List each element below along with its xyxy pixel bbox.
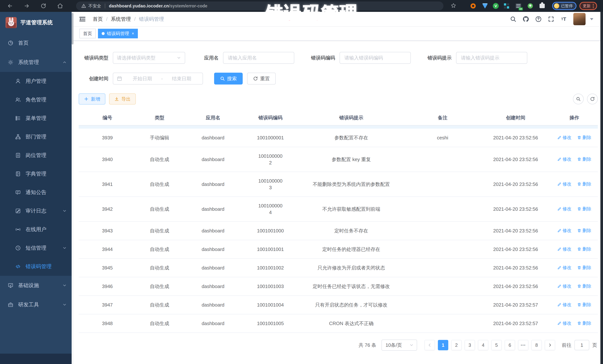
- tab-close-icon[interactable]: ×: [132, 31, 134, 36]
- page-button-1[interactable]: 1: [438, 340, 448, 350]
- error-msg-input[interactable]: [456, 52, 527, 64]
- user-menu-caret-icon[interactable]: [590, 18, 593, 20]
- delete-link[interactable]: 删除: [577, 283, 591, 289]
- sidebar-item-dictionary[interactable]: 字典管理: [0, 165, 73, 183]
- edit-link[interactable]: 修改: [557, 206, 571, 212]
- page-button-5[interactable]: 5: [491, 340, 502, 350]
- page-button-6[interactable]: 6: [505, 340, 515, 350]
- header-search-icon[interactable]: [510, 15, 517, 23]
- table-row[interactable]: 3941 自动生成 dashboard 100100000 3 不能删除类型为系…: [79, 172, 598, 197]
- edit-link[interactable]: 修改: [557, 156, 571, 163]
- edit-link[interactable]: 修改: [557, 181, 571, 187]
- extension-icon-green-check[interactable]: V: [493, 3, 499, 9]
- delete-link[interactable]: 删除: [577, 156, 591, 163]
- sidebar-item-sms[interactable]: 短信管理: [0, 239, 73, 257]
- reset-button[interactable]: 重置: [247, 73, 276, 85]
- browser-profile-chip[interactable]: 已暂停: [552, 2, 577, 10]
- extension-icon-puzzle[interactable]: [538, 2, 546, 10]
- table-row[interactable]: 3939 手动编辑 dashboard 1001000001 参数配置不存在 c…: [79, 129, 598, 147]
- browser-menu-icon[interactable]: [593, 3, 594, 9]
- edit-link[interactable]: 修改: [557, 264, 571, 271]
- sidebar-item-online-users[interactable]: 在线用户: [0, 220, 73, 239]
- delete-link[interactable]: 删除: [577, 181, 591, 187]
- error-type-select[interactable]: 请选择错误码类型: [113, 52, 185, 64]
- edit-link[interactable]: 修改: [557, 283, 571, 289]
- tab-home[interactable]: 首页: [79, 29, 96, 38]
- extension-icon-orange[interactable]: [469, 2, 477, 10]
- refresh-table-button[interactable]: [587, 94, 598, 104]
- home-icon[interactable]: [56, 2, 64, 10]
- delete-link[interactable]: 删除: [577, 264, 591, 271]
- sidebar-item-departments[interactable]: 部门管理: [0, 128, 73, 146]
- breadcrumb-system[interactable]: 系统管理: [111, 16, 131, 22]
- address-bar[interactable]: 不安全 dashboard.yudao.iocoder.cn/system/er…: [76, 1, 443, 10]
- bookmark-star-icon[interactable]: [451, 3, 457, 9]
- sidebar-item-error-code[interactable]: 错误码管理: [0, 257, 73, 276]
- delete-link[interactable]: 删除: [577, 320, 591, 327]
- sidebar-item-system[interactable]: 系统管理: [0, 53, 73, 72]
- table-row[interactable]: 3943 自动生成 dashboard 1001001000 定时任务不存在 2…: [79, 221, 598, 240]
- font-size-icon[interactable]: TT: [560, 15, 567, 23]
- delete-link[interactable]: 删除: [577, 206, 591, 212]
- sidebar-item-roles[interactable]: 角色管理: [0, 90, 73, 109]
- app-logo-row[interactable]: 芋道管理系统: [0, 12, 73, 33]
- extension-icon-list[interactable]: on: [514, 2, 522, 10]
- tab-error-code[interactable]: 错误码管理 ×: [98, 29, 138, 38]
- extension-icon-person[interactable]: [526, 2, 534, 10]
- export-button[interactable]: 导出: [109, 93, 136, 105]
- table-row[interactable]: 3946 自动生成 dashboard 1001001003 定时任务已经处于该…: [79, 277, 598, 296]
- back-icon[interactable]: [6, 2, 14, 10]
- add-button[interactable]: 新增: [79, 93, 105, 105]
- browser-update-button[interactable]: 更新: [580, 2, 597, 10]
- delete-link[interactable]: 删除: [577, 227, 591, 234]
- page-button-8[interactable]: 8: [531, 340, 542, 350]
- table-row[interactable]: 3947 自动生成 dashboard 1001001004 只有开启状态的任务…: [79, 296, 598, 314]
- forward-icon[interactable]: [23, 2, 31, 10]
- github-icon[interactable]: [522, 15, 530, 23]
- sidebar-item-home[interactable]: 首页: [0, 33, 73, 53]
- edit-link[interactable]: 修改: [557, 301, 571, 308]
- table-row[interactable]: 3940 自动生成 dashboard 100100000 2 参数配置 key…: [79, 147, 598, 172]
- sidebar-item-audit-log[interactable]: 审计日志: [0, 202, 73, 220]
- date-range-picker[interactable]: 开始日期 - 结束日期: [113, 73, 203, 85]
- table-row[interactable]: 3944 自动生成 dashboard 1001001001 定时任务的处理器已…: [79, 240, 598, 259]
- more-pages-button[interactable]: •••: [518, 340, 528, 350]
- delete-link[interactable]: 删除: [577, 134, 591, 141]
- user-avatar[interactable]: [573, 13, 586, 25]
- prev-page-button[interactable]: [425, 340, 435, 350]
- help-icon[interactable]: [535, 15, 542, 23]
- table-row[interactable]: 3948 自动生成 dashboard 1001001005 CRON 表达式不…: [79, 314, 598, 333]
- page-button-3[interactable]: 3: [464, 340, 475, 350]
- fullscreen-icon[interactable]: [547, 15, 555, 23]
- edit-link[interactable]: 修改: [557, 134, 571, 141]
- page-button-2[interactable]: 2: [451, 340, 462, 350]
- search-button[interactable]: 搜索: [214, 73, 243, 85]
- edit-link[interactable]: 修改: [557, 320, 571, 327]
- edit-link[interactable]: 修改: [557, 227, 571, 234]
- page-scrollbar[interactable]: [600, 12, 603, 364]
- sidebar-item-users[interactable]: 用户管理: [0, 72, 73, 90]
- goto-page-input[interactable]: [574, 340, 589, 350]
- app-name-input[interactable]: [223, 52, 294, 64]
- sidebar-collapse-icon[interactable]: [79, 15, 86, 23]
- table-row[interactable]: 3945 自动生成 dashboard 1001001002 只允许修改为开启或…: [79, 259, 598, 277]
- error-code-input[interactable]: [339, 52, 411, 64]
- toggle-search-button[interactable]: [573, 94, 584, 104]
- sidebar-item-announcements[interactable]: 通知公告: [0, 183, 73, 202]
- reload-icon[interactable]: [39, 2, 47, 10]
- edit-link[interactable]: 修改: [557, 246, 571, 253]
- sidebar-item-infrastructure[interactable]: 基础设施: [0, 276, 73, 295]
- extension-icon-gem[interactable]: [481, 2, 489, 10]
- delete-link[interactable]: 删除: [577, 246, 591, 253]
- sidebar-scrollbar[interactable]: [72, 12, 73, 364]
- table-row[interactable]: 3942 自动生成 dashboard 100100000 4 不允许获取敏感配…: [79, 197, 598, 221]
- breadcrumb-home[interactable]: 首页: [93, 16, 103, 22]
- sidebar-item-menus[interactable]: 菜单管理: [0, 109, 73, 128]
- page-button-4[interactable]: 4: [478, 340, 488, 350]
- sidebar-item-dev-tools[interactable]: 研发工具: [0, 295, 73, 314]
- delete-link[interactable]: 删除: [577, 301, 591, 308]
- extension-icon-grid[interactable]: [502, 2, 510, 10]
- sidebar-item-posts[interactable]: 岗位管理: [0, 146, 73, 165]
- next-page-button[interactable]: [545, 340, 555, 350]
- page-size-select[interactable]: 10条/页: [382, 340, 417, 351]
